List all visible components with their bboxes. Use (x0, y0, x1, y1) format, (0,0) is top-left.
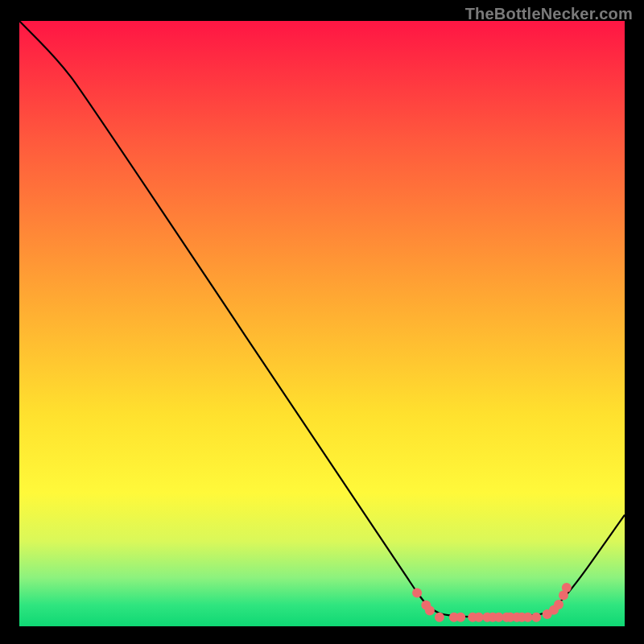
chart-marker (435, 613, 444, 622)
watermark-text: TheBottleNecker.com (465, 5, 633, 23)
chart-stage: TheBottleNecker.com (0, 0, 644, 644)
chart-marker (474, 613, 484, 622)
chart-marker (425, 605, 435, 615)
chart-marker (531, 613, 541, 622)
chart-marker (412, 588, 422, 598)
chart-svg (0, 0, 644, 644)
chart-marker (456, 613, 465, 622)
chart-marker (523, 613, 533, 622)
chart-marker (554, 600, 564, 609)
chart-marker (562, 583, 572, 592)
plot-background (19, 21, 625, 626)
